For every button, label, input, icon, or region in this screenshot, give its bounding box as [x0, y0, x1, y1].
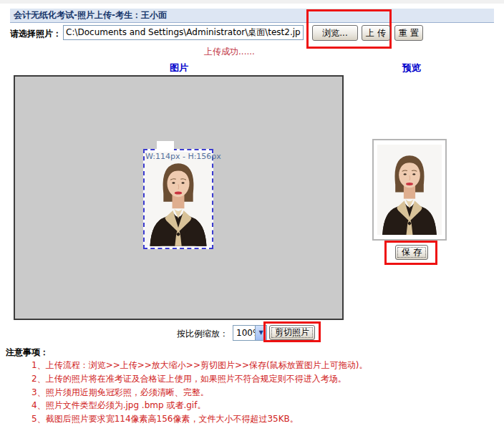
note-line-3: 3、照片须用近期免冠彩照，必须清晰、完整。: [32, 387, 209, 399]
note-line-1: 1、上传流程：浏览>>上传>>放大缩小>>剪切图片>>保存(鼠标放置图片上可拖动…: [32, 359, 367, 372]
crop-selection[interactable]: [143, 149, 213, 249]
crop-photo-button[interactable]: 剪切照片: [269, 325, 315, 340]
save-button[interactable]: 保 存: [395, 245, 428, 260]
portrait-photo: [145, 150, 212, 248]
selection-handle[interactable]: [157, 141, 174, 152]
photo-upload-page: 会计无纸化考试-照片上传-考生：王小面 请选择照片： 浏览... 上 传 重 置…: [0, 0, 504, 431]
preview-portrait-photo: [377, 144, 442, 236]
file-path-input[interactable]: [63, 25, 304, 40]
selection-dimensions: W:114px - H:156px: [145, 152, 221, 161]
browse-button[interactable]: 浏览...: [312, 25, 358, 41]
image-section-label: 图片: [170, 62, 188, 74]
zoom-scale-label: 按比例缩放：: [177, 328, 228, 340]
top-strip: [0, 0, 504, 4]
file-select-label: 请选择照片：: [10, 28, 62, 40]
note-line-2: 2、上传的照片将在准考证及合格证上使用，如果照片不符合规定则不得进入考场。: [32, 373, 346, 385]
page-title: 会计无纸化考试-照片上传-考生：王小面: [10, 9, 494, 23]
upload-button[interactable]: 上 传: [362, 25, 390, 41]
reset-button[interactable]: 重 置: [394, 25, 423, 41]
preview-section-label: 预览: [402, 62, 421, 74]
notes-title: 注意事项：: [6, 347, 49, 359]
note-line-5: 5、截图后照片要求宽114像素高156像素，文件大小不得超过35KB。: [32, 413, 299, 425]
note-line-4: 4、照片文件类型必须为.jpg .bmp 或者.gif。: [32, 399, 205, 412]
zoom-select[interactable]: 100% ▼: [233, 325, 267, 341]
preview-photo-box: [372, 139, 447, 241]
upload-status: 上传成功......: [204, 46, 255, 58]
